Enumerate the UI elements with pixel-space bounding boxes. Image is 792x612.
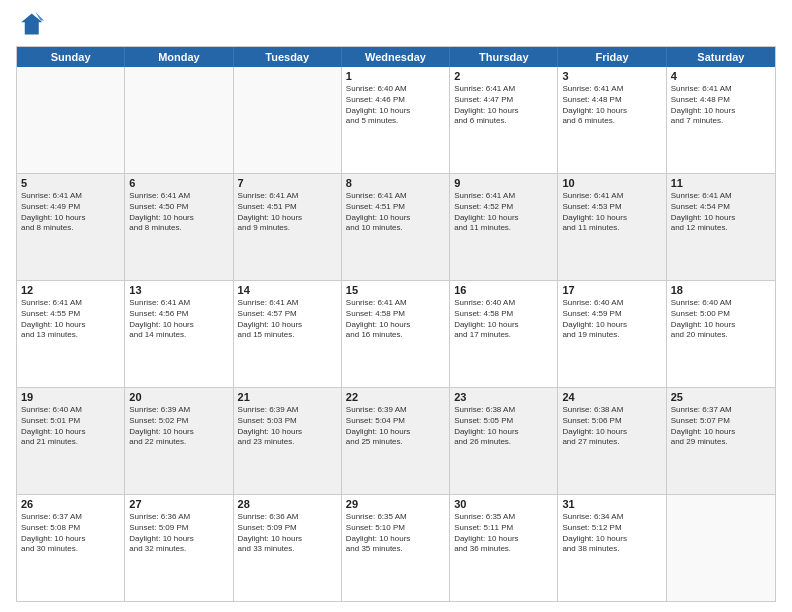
cal-cell: 1Sunrise: 6:40 AMSunset: 4:46 PMDaylight… (342, 67, 450, 173)
day-number: 11 (671, 177, 771, 189)
day-number: 24 (562, 391, 661, 403)
cell-info: Sunrise: 6:39 AMSunset: 5:04 PMDaylight:… (346, 405, 445, 448)
cal-header-wednesday: Wednesday (342, 47, 450, 67)
day-number: 10 (562, 177, 661, 189)
cell-info: Sunrise: 6:41 AMSunset: 4:50 PMDaylight:… (129, 191, 228, 234)
cell-info: Sunrise: 6:41 AMSunset: 4:51 PMDaylight:… (238, 191, 337, 234)
day-number: 16 (454, 284, 553, 296)
cal-cell (234, 67, 342, 173)
cal-header-friday: Friday (558, 47, 666, 67)
cell-info: Sunrise: 6:40 AMSunset: 5:01 PMDaylight:… (21, 405, 120, 448)
cal-cell: 31Sunrise: 6:34 AMSunset: 5:12 PMDayligh… (558, 495, 666, 601)
cal-cell: 26Sunrise: 6:37 AMSunset: 5:08 PMDayligh… (17, 495, 125, 601)
cal-cell: 11Sunrise: 6:41 AMSunset: 4:54 PMDayligh… (667, 174, 775, 280)
cal-week-4: 26Sunrise: 6:37 AMSunset: 5:08 PMDayligh… (17, 495, 775, 601)
calendar-header: SundayMondayTuesdayWednesdayThursdayFrid… (17, 47, 775, 67)
cal-cell: 27Sunrise: 6:36 AMSunset: 5:09 PMDayligh… (125, 495, 233, 601)
cal-header-monday: Monday (125, 47, 233, 67)
cal-cell (17, 67, 125, 173)
cell-info: Sunrise: 6:40 AMSunset: 4:58 PMDaylight:… (454, 298, 553, 341)
cal-cell: 15Sunrise: 6:41 AMSunset: 4:58 PMDayligh… (342, 281, 450, 387)
cal-cell: 8Sunrise: 6:41 AMSunset: 4:51 PMDaylight… (342, 174, 450, 280)
cell-info: Sunrise: 6:37 AMSunset: 5:08 PMDaylight:… (21, 512, 120, 555)
cal-cell: 17Sunrise: 6:40 AMSunset: 4:59 PMDayligh… (558, 281, 666, 387)
calendar-body: 1Sunrise: 6:40 AMSunset: 4:46 PMDaylight… (17, 67, 775, 601)
day-number: 18 (671, 284, 771, 296)
cal-cell (125, 67, 233, 173)
cell-info: Sunrise: 6:36 AMSunset: 5:09 PMDaylight:… (238, 512, 337, 555)
cal-cell: 30Sunrise: 6:35 AMSunset: 5:11 PMDayligh… (450, 495, 558, 601)
cal-cell: 3Sunrise: 6:41 AMSunset: 4:48 PMDaylight… (558, 67, 666, 173)
cal-cell (667, 495, 775, 601)
cell-info: Sunrise: 6:40 AMSunset: 4:46 PMDaylight:… (346, 84, 445, 127)
cell-info: Sunrise: 6:35 AMSunset: 5:11 PMDaylight:… (454, 512, 553, 555)
cal-cell: 9Sunrise: 6:41 AMSunset: 4:52 PMDaylight… (450, 174, 558, 280)
cal-cell: 5Sunrise: 6:41 AMSunset: 4:49 PMDaylight… (17, 174, 125, 280)
cal-cell: 20Sunrise: 6:39 AMSunset: 5:02 PMDayligh… (125, 388, 233, 494)
cal-cell: 7Sunrise: 6:41 AMSunset: 4:51 PMDaylight… (234, 174, 342, 280)
page: SundayMondayTuesdayWednesdayThursdayFrid… (0, 0, 792, 612)
cell-info: Sunrise: 6:41 AMSunset: 4:54 PMDaylight:… (671, 191, 771, 234)
day-number: 25 (671, 391, 771, 403)
cell-info: Sunrise: 6:41 AMSunset: 4:48 PMDaylight:… (671, 84, 771, 127)
cal-cell: 18Sunrise: 6:40 AMSunset: 5:00 PMDayligh… (667, 281, 775, 387)
cal-cell: 22Sunrise: 6:39 AMSunset: 5:04 PMDayligh… (342, 388, 450, 494)
day-number: 2 (454, 70, 553, 82)
cal-cell: 2Sunrise: 6:41 AMSunset: 4:47 PMDaylight… (450, 67, 558, 173)
cal-week-3: 19Sunrise: 6:40 AMSunset: 5:01 PMDayligh… (17, 388, 775, 495)
cell-info: Sunrise: 6:34 AMSunset: 5:12 PMDaylight:… (562, 512, 661, 555)
day-number: 23 (454, 391, 553, 403)
cell-info: Sunrise: 6:41 AMSunset: 4:55 PMDaylight:… (21, 298, 120, 341)
cal-cell: 29Sunrise: 6:35 AMSunset: 5:10 PMDayligh… (342, 495, 450, 601)
cell-info: Sunrise: 6:41 AMSunset: 4:56 PMDaylight:… (129, 298, 228, 341)
cell-info: Sunrise: 6:41 AMSunset: 4:49 PMDaylight:… (21, 191, 120, 234)
day-number: 22 (346, 391, 445, 403)
day-number: 9 (454, 177, 553, 189)
cal-cell: 14Sunrise: 6:41 AMSunset: 4:57 PMDayligh… (234, 281, 342, 387)
cal-cell: 13Sunrise: 6:41 AMSunset: 4:56 PMDayligh… (125, 281, 233, 387)
day-number: 5 (21, 177, 120, 189)
day-number: 29 (346, 498, 445, 510)
cal-cell: 12Sunrise: 6:41 AMSunset: 4:55 PMDayligh… (17, 281, 125, 387)
cell-info: Sunrise: 6:38 AMSunset: 5:06 PMDaylight:… (562, 405, 661, 448)
cell-info: Sunrise: 6:37 AMSunset: 5:07 PMDaylight:… (671, 405, 771, 448)
day-number: 8 (346, 177, 445, 189)
cal-week-0: 1Sunrise: 6:40 AMSunset: 4:46 PMDaylight… (17, 67, 775, 174)
day-number: 17 (562, 284, 661, 296)
cal-week-2: 12Sunrise: 6:41 AMSunset: 4:55 PMDayligh… (17, 281, 775, 388)
cell-info: Sunrise: 6:41 AMSunset: 4:51 PMDaylight:… (346, 191, 445, 234)
cell-info: Sunrise: 6:41 AMSunset: 4:47 PMDaylight:… (454, 84, 553, 127)
day-number: 13 (129, 284, 228, 296)
cell-info: Sunrise: 6:38 AMSunset: 5:05 PMDaylight:… (454, 405, 553, 448)
day-number: 1 (346, 70, 445, 82)
day-number: 27 (129, 498, 228, 510)
day-number: 28 (238, 498, 337, 510)
day-number: 19 (21, 391, 120, 403)
cal-header-thursday: Thursday (450, 47, 558, 67)
day-number: 31 (562, 498, 661, 510)
day-number: 12 (21, 284, 120, 296)
cell-info: Sunrise: 6:40 AMSunset: 4:59 PMDaylight:… (562, 298, 661, 341)
day-number: 14 (238, 284, 337, 296)
cell-info: Sunrise: 6:41 AMSunset: 4:58 PMDaylight:… (346, 298, 445, 341)
day-number: 6 (129, 177, 228, 189)
cal-cell: 10Sunrise: 6:41 AMSunset: 4:53 PMDayligh… (558, 174, 666, 280)
day-number: 26 (21, 498, 120, 510)
cal-cell: 23Sunrise: 6:38 AMSunset: 5:05 PMDayligh… (450, 388, 558, 494)
cal-cell: 24Sunrise: 6:38 AMSunset: 5:06 PMDayligh… (558, 388, 666, 494)
calendar: SundayMondayTuesdayWednesdayThursdayFrid… (16, 46, 776, 602)
cal-header-tuesday: Tuesday (234, 47, 342, 67)
cell-info: Sunrise: 6:39 AMSunset: 5:03 PMDaylight:… (238, 405, 337, 448)
cal-header-saturday: Saturday (667, 47, 775, 67)
cal-header-sunday: Sunday (17, 47, 125, 67)
day-number: 30 (454, 498, 553, 510)
cell-info: Sunrise: 6:41 AMSunset: 4:53 PMDaylight:… (562, 191, 661, 234)
day-number: 3 (562, 70, 661, 82)
cell-info: Sunrise: 6:39 AMSunset: 5:02 PMDaylight:… (129, 405, 228, 448)
cell-info: Sunrise: 6:36 AMSunset: 5:09 PMDaylight:… (129, 512, 228, 555)
logo-icon (16, 10, 44, 38)
cell-info: Sunrise: 6:41 AMSunset: 4:48 PMDaylight:… (562, 84, 661, 127)
cell-info: Sunrise: 6:35 AMSunset: 5:10 PMDaylight:… (346, 512, 445, 555)
cal-cell: 28Sunrise: 6:36 AMSunset: 5:09 PMDayligh… (234, 495, 342, 601)
cell-info: Sunrise: 6:41 AMSunset: 4:57 PMDaylight:… (238, 298, 337, 341)
